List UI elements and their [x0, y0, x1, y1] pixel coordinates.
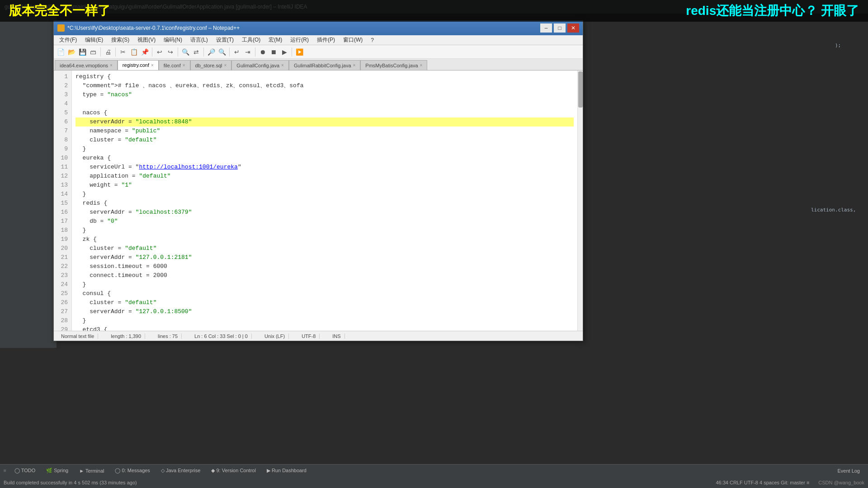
- menu-encode[interactable]: 编码(N): [160, 35, 186, 45]
- notepad-titlebar: *C:\Users\lfy\Desktop\seata-server-0.7.1…: [54, 21, 583, 35]
- code-line-26: cluster = "default": [75, 298, 574, 307]
- menu-window[interactable]: 窗口(W): [340, 35, 366, 45]
- separator-4: [178, 47, 178, 56]
- tab-gulimall-config-close[interactable]: ×: [281, 63, 284, 68]
- scrollbar[interactable]: [577, 70, 583, 331]
- menu-help[interactable]: ?: [367, 36, 377, 44]
- idea-sidebar: [0, 14, 57, 348]
- toolbar-cut[interactable]: ✂: [118, 47, 128, 57]
- code-line-14: }: [75, 190, 574, 199]
- tab-terminal[interactable]: ► Terminal: [75, 466, 108, 475]
- menu-file[interactable]: 文件(F): [56, 35, 80, 45]
- code-line-6: serverAddr = "localhost:8848": [75, 117, 574, 127]
- tab-event-log[interactable]: Event Log: [833, 466, 864, 475]
- menu-settings[interactable]: 设置(T): [212, 35, 237, 45]
- line-number-1: 1: [57, 72, 68, 81]
- line-number-17: 17: [57, 217, 68, 226]
- tab-gulimall-rabbit[interactable]: GulimallRabbitConfig.java ×: [289, 60, 360, 70]
- toolbar-replace[interactable]: ⇄: [191, 47, 201, 57]
- tab-mybatis-config[interactable]: PmsMyBatisConfig.java ×: [360, 60, 427, 70]
- title-buttons[interactable]: – □ ✕: [540, 23, 579, 33]
- line-numbers: 1234567891011121314151617181920212223242…: [54, 70, 72, 331]
- code-content[interactable]: registry { "comment"># file 、nacos 、eure…: [72, 70, 577, 331]
- code-line-28: }: [75, 316, 574, 325]
- toolbar-open[interactable]: 📂: [66, 47, 76, 57]
- code-line-3: type = "nacos": [75, 90, 574, 99]
- close-button[interactable]: ✕: [567, 23, 579, 33]
- menu-tools[interactable]: 工具(O): [238, 35, 264, 45]
- idea-bottom-tabs: ≡ ◯ TODO 🌿 Spring ► Terminal ◯ 0: Messag…: [0, 464, 868, 477]
- menu-search[interactable]: 搜索(S): [108, 35, 133, 45]
- tab-file-conf[interactable]: file.conf ×: [159, 60, 190, 70]
- toolbar-undo[interactable]: ↩: [155, 47, 165, 57]
- line-number-15: 15: [57, 199, 68, 208]
- idea-statusbar: Build completed successfully in 4 s 502 …: [0, 477, 868, 488]
- tab-java-enterprise[interactable]: ◇ Java Enterprise: [156, 466, 205, 475]
- scrollbar-thumb[interactable]: [578, 71, 583, 108]
- tab-registry[interactable]: registry.conf ×: [118, 60, 159, 70]
- toolbar-copy[interactable]: 📋: [129, 47, 139, 57]
- tab-spring[interactable]: 🌿 Spring: [42, 466, 73, 475]
- tab-todo[interactable]: ◯ TODO: [10, 466, 40, 475]
- status-position: Ln : 6 Col : 33 Sel : 0 | 0: [191, 333, 252, 339]
- status-length: length : 1,390: [107, 333, 145, 339]
- toolbar-paste[interactable]: 📌: [140, 47, 150, 57]
- line-number-9: 9: [57, 145, 68, 154]
- toolbar-find[interactable]: 🔍: [180, 47, 190, 57]
- tab-messages[interactable]: ◯ 0: Messages: [110, 466, 154, 475]
- toolbar-macro-rec[interactable]: ⏺: [258, 47, 268, 57]
- toolbar-print[interactable]: 🖨: [103, 47, 113, 57]
- toolbar-new[interactable]: 📄: [56, 47, 66, 57]
- line-number-6: 6: [57, 117, 68, 127]
- toolbar-redo[interactable]: ↪: [165, 47, 175, 57]
- line-number-13: 13: [57, 181, 68, 190]
- menu-view[interactable]: 视图(V): [134, 35, 159, 45]
- toolbar-wordwrap[interactable]: ↵: [232, 47, 242, 57]
- menu-edit[interactable]: 编辑(E): [81, 35, 107, 45]
- toolbar-macro-play[interactable]: ▶: [279, 47, 289, 57]
- line-number-20: 20: [57, 244, 68, 253]
- tab-vmoptions-close[interactable]: ×: [110, 63, 113, 68]
- notepad-title: *C:\Users\lfy\Desktop\seata-server-0.7.1…: [67, 25, 240, 31]
- line-number-26: 26: [57, 298, 68, 307]
- line-number-19: 19: [57, 235, 68, 244]
- overlay-banner: 版本完全不一样了 redis还能当注册中心？ 开眼了: [0, 0, 868, 22]
- toolbar-run[interactable]: ▶️: [294, 47, 304, 57]
- tab-db-store[interactable]: db_store.sql ×: [190, 60, 232, 70]
- menu-run[interactable]: 运行(R): [287, 35, 312, 45]
- tab-gulimall-rabbit-close[interactable]: ×: [353, 63, 356, 68]
- tab-mybatis-config-close[interactable]: ×: [420, 63, 423, 68]
- tab-db-store-close[interactable]: ×: [224, 63, 227, 68]
- menu-plugins[interactable]: 插件(P): [313, 35, 339, 45]
- line-number-3: 3: [57, 90, 68, 99]
- menu-language[interactable]: 语言(L): [187, 35, 212, 45]
- tab-version-control[interactable]: ◆ 9: Version Control: [207, 466, 260, 475]
- line-number-16: 16: [57, 208, 68, 217]
- notepad-editor: 1234567891011121314151617181920212223242…: [54, 70, 583, 331]
- overlay-right-text: redis还能当注册中心？ 开眼了: [686, 2, 859, 19]
- idea-status-text: Build completed successfully in 4 s 502 …: [4, 480, 137, 485]
- notepad-icon: [57, 24, 65, 32]
- menu-macro[interactable]: 宏(M): [265, 35, 286, 45]
- toolbar-indent[interactable]: ⇥: [243, 47, 253, 57]
- separator-3: [152, 47, 152, 56]
- tab-registry-close[interactable]: ×: [151, 63, 154, 68]
- tab-run-dashboard[interactable]: ▶ Run Dashboard: [262, 466, 311, 475]
- code-line-17: db = "0": [75, 217, 574, 226]
- tab-gulimall-config-label: GulimallConfig.java: [236, 63, 279, 68]
- minimize-button[interactable]: –: [540, 23, 552, 33]
- toolbar-zoom-out[interactable]: 🔍: [217, 47, 227, 57]
- tab-file-conf-close[interactable]: ×: [183, 63, 185, 68]
- tab-gulimall-config[interactable]: GulimallConfig.java ×: [231, 60, 289, 70]
- toolbar-macro-stop[interactable]: ⏹: [269, 47, 278, 57]
- code-line-7: namespace = "public": [75, 127, 574, 136]
- csdn-watermark: CSDN @wang_book: [818, 480, 864, 485]
- toolbar-saveall[interactable]: 🗃: [88, 47, 98, 57]
- tab-vmoptions-label: idea64.exe.vmoptions: [60, 63, 108, 68]
- line-number-27: 27: [57, 307, 68, 316]
- line-number-4: 4: [57, 99, 68, 108]
- tab-vmoptions[interactable]: idea64.exe.vmoptions ×: [55, 60, 118, 70]
- toolbar-zoom-in[interactable]: 🔎: [206, 47, 216, 57]
- toolbar-save[interactable]: 💾: [77, 47, 87, 57]
- maximize-button[interactable]: □: [554, 23, 566, 33]
